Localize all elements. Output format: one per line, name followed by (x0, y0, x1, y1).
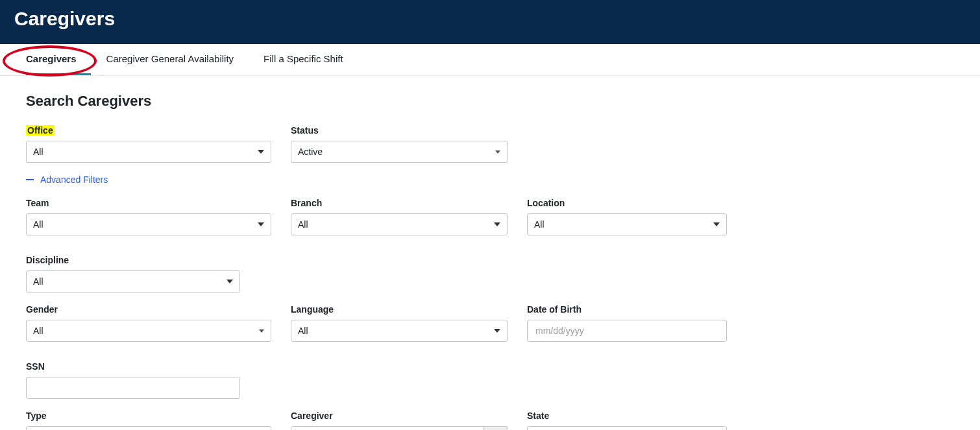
page-header: Caregivers (0, 0, 980, 44)
caregiver-input[interactable] (291, 426, 484, 430)
type-select[interactable]: All (26, 426, 271, 430)
tab-general-availability[interactable]: Caregiver General Availability (106, 44, 249, 75)
field-office: Office All (26, 125, 271, 163)
team-select[interactable]: All (26, 213, 271, 235)
label-branch: Branch (291, 198, 508, 208)
section-title: Search Caregivers (26, 93, 954, 110)
label-office: Office (26, 125, 55, 136)
tab-caregivers[interactable]: Caregivers (26, 44, 91, 75)
search-panel: Search Caregivers Office All Status Acti… (0, 76, 980, 430)
chevron-down-icon (495, 150, 500, 154)
chevron-down-icon (494, 329, 500, 333)
label-location: Location (527, 198, 727, 208)
label-gender: Gender (26, 304, 271, 315)
ssn-input[interactable] (26, 377, 240, 399)
office-value: All (33, 147, 43, 157)
language-select[interactable]: All (291, 320, 508, 342)
location-select[interactable]: All (527, 213, 727, 235)
tabs-bar: Caregivers Caregiver General Availabilit… (0, 44, 980, 76)
advanced-filters-label: Advanced Filters (40, 174, 108, 185)
label-dob: Date of Birth (527, 304, 727, 315)
label-team: Team (26, 198, 271, 208)
chevron-down-icon (494, 222, 500, 226)
branch-select[interactable]: All (291, 213, 508, 235)
label-caregiver: Caregiver (291, 411, 508, 421)
page-title: Caregivers (14, 8, 966, 30)
state-select[interactable]: All (527, 426, 727, 430)
label-ssn: SSN (26, 361, 240, 372)
label-discipline: Discipline (26, 255, 240, 265)
chevron-down-icon (259, 329, 264, 333)
label-language: Language (291, 304, 508, 315)
minus-icon (26, 179, 34, 180)
label-state: State (527, 411, 727, 421)
chevron-down-icon (258, 150, 264, 154)
discipline-select[interactable]: All (26, 270, 240, 293)
chevron-down-icon (713, 222, 720, 226)
status-select[interactable]: Active (291, 141, 508, 163)
label-status: Status (291, 125, 508, 136)
tab-fill-shift[interactable]: Fill a Specific Shift (263, 44, 358, 75)
advanced-filters-toggle[interactable]: Advanced Filters (26, 174, 108, 185)
chevron-down-icon (227, 280, 233, 283)
gender-select[interactable]: All (26, 320, 271, 342)
label-type: Type (26, 411, 271, 421)
office-select[interactable]: All (26, 141, 271, 163)
field-status: Status Active (291, 125, 508, 163)
chevron-down-icon (258, 222, 264, 226)
status-value: Active (298, 147, 323, 157)
caregiver-clear-button[interactable]: x (484, 426, 508, 430)
dob-input[interactable] (527, 320, 727, 342)
